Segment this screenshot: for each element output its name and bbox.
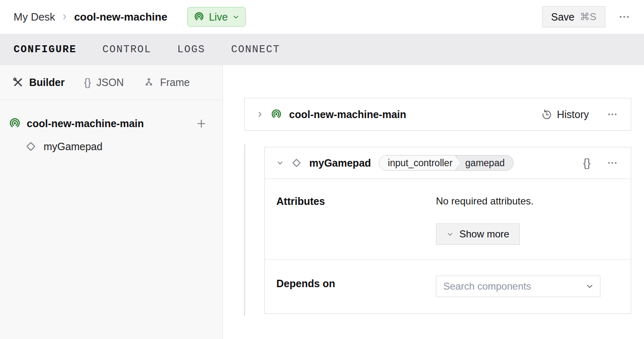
- sidebar: Builder {} JSON Frame: [0, 65, 223, 339]
- tree-item-machine-part[interactable]: cool-new-machine-main: [0, 114, 222, 133]
- show-more-button[interactable]: Show more: [436, 223, 520, 245]
- tools-icon: [12, 77, 24, 88]
- tab-configure[interactable]: CONFIGURE: [14, 44, 76, 56]
- attributes-empty-text: No required attributes.: [436, 195, 533, 207]
- part-card: cool-new-machine-main History: [244, 98, 631, 131]
- history-label: History: [557, 109, 589, 121]
- attributes-section: Attributes No required attributes. Show …: [265, 179, 631, 260]
- save-shortcut-hint: ⌘S: [580, 11, 596, 23]
- component-more-button[interactable]: [605, 156, 619, 170]
- tab-connect[interactable]: CONNECT: [231, 44, 280, 56]
- mode-json-label: JSON: [97, 77, 124, 88]
- mode-json[interactable]: {} JSON: [84, 77, 124, 88]
- component-card-header: myGamepad input_controller gamepad {}: [265, 147, 631, 179]
- depends-on-label: Depends on: [276, 276, 436, 297]
- breadcrumb: My Desk cool-new-machine: [14, 11, 167, 23]
- attributes-label: Attributes: [276, 195, 436, 245]
- depends-on-combobox[interactable]: [436, 276, 600, 297]
- header-more-button[interactable]: [617, 9, 632, 24]
- mode-builder[interactable]: Builder: [12, 77, 65, 88]
- tab-control[interactable]: CONTROL: [102, 44, 151, 56]
- axes-icon: [143, 77, 155, 88]
- component-collapse-button[interactable]: [276, 159, 284, 167]
- component-diamond-icon: [291, 157, 302, 169]
- content-area: Builder {} JSON Frame: [0, 65, 644, 339]
- tree-item-mygamepad[interactable]: myGamepad: [0, 137, 222, 156]
- depends-on-search-input[interactable]: [443, 281, 586, 292]
- part-expand-button[interactable]: [256, 111, 264, 118]
- main-tab-bar: CONFIGURE CONTROL LOGS CONNECT: [0, 34, 644, 65]
- breadcrumb-parent-link[interactable]: My Desk: [14, 11, 55, 23]
- save-button[interactable]: Save ⌘S: [542, 6, 605, 28]
- attributes-value: No required attributes. Show more: [436, 195, 533, 245]
- component-diamond-icon: [25, 140, 37, 153]
- chevron-down-icon: [586, 282, 594, 290]
- component-type-badge: input_controller gamepad: [379, 155, 514, 171]
- part-actions: History: [541, 107, 619, 121]
- history-button[interactable]: History: [541, 109, 589, 121]
- part-title: cool-new-machine-main: [289, 109, 406, 121]
- machine-status-dropdown[interactable]: Live: [187, 7, 246, 27]
- component-type: input_controller: [379, 156, 460, 170]
- broadcast-icon: [9, 117, 21, 130]
- header-actions: Save ⌘S: [542, 6, 632, 28]
- mode-frame[interactable]: Frame: [143, 77, 190, 88]
- tab-logs[interactable]: LOGS: [177, 44, 205, 56]
- add-component-button[interactable]: [194, 116, 208, 131]
- plus-icon: [196, 118, 207, 129]
- show-more-label: Show more: [459, 228, 509, 240]
- app-window: My Desk cool-new-machine Live Save: [0, 0, 644, 339]
- component-model: gamepad: [461, 158, 513, 169]
- component-actions: {}: [581, 155, 619, 171]
- component-card: myGamepad input_controller gamepad {}: [264, 147, 631, 314]
- mode-builder-label: Builder: [29, 77, 65, 88]
- part-more-button[interactable]: [605, 107, 619, 121]
- ellipsis-icon: [607, 158, 618, 168]
- depends-on-value: [436, 276, 600, 297]
- tree-item-label: myGamepad: [44, 141, 102, 153]
- breadcrumb-separator-icon: [61, 13, 68, 21]
- history-clock-icon: [541, 109, 552, 120]
- tree-item-label: cool-new-machine-main: [27, 118, 188, 130]
- chevron-down-icon: [232, 14, 239, 21]
- app-header: My Desk cool-new-machine Live Save: [0, 0, 644, 34]
- view-mode-switcher: Builder {} JSON Frame: [0, 65, 222, 100]
- breadcrumb-current: cool-new-machine: [74, 11, 167, 23]
- part-children-group: myGamepad input_controller gamepad {}: [244, 144, 631, 316]
- ellipsis-icon: [619, 11, 630, 23]
- broadcast-icon: [194, 12, 204, 22]
- configure-panel: cool-new-machine-main History: [223, 65, 644, 339]
- broadcast-icon: [271, 109, 282, 120]
- chevron-down-icon: [276, 159, 284, 167]
- component-json-button[interactable]: {}: [581, 155, 592, 171]
- mode-frame-label: Frame: [160, 77, 190, 88]
- component-title: myGamepad: [309, 157, 371, 169]
- braces-icon: {}: [84, 77, 91, 88]
- braces-icon: {}: [583, 157, 591, 170]
- chevron-down-icon: [447, 231, 454, 238]
- save-button-label: Save: [551, 11, 575, 23]
- depends-on-section: Depends on: [265, 260, 631, 313]
- live-status-label: Live: [209, 11, 228, 23]
- ellipsis-icon: [607, 109, 618, 120]
- chevron-right-icon: [256, 111, 264, 118]
- machine-tree: cool-new-machine-main myGamepad: [0, 100, 222, 156]
